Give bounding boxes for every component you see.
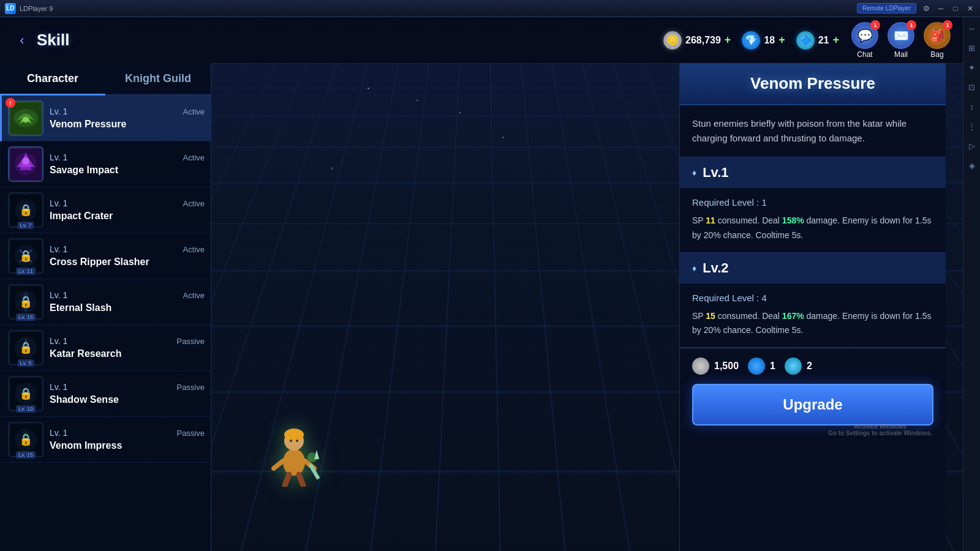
- rt-icon-1[interactable]: ↔: [966, 22, 978, 34]
- sp-highlight-2: 15: [706, 311, 715, 321]
- skill-detail-title: Venom Pressure: [680, 63, 946, 105]
- skill-item-venom-impress[interactable]: 🔒 Lv. 15 Lv. 1 Passive Venom Impress: [0, 417, 211, 463]
- right-toolbar: ↔ ⊞ ✦ ⊡ ↕ ⋮ ▷ ◈: [963, 17, 980, 551]
- skill-name-eternal: Eternal Slash: [50, 302, 205, 313]
- gem-plus-button[interactable]: +: [778, 34, 785, 47]
- upgrade-cost: 1,500 1 2: [680, 348, 946, 384]
- skill-icon-wrapper-katar: 🔒 Lv. 5: [8, 330, 43, 365]
- bluegem-plus-button[interactable]: +: [832, 34, 839, 47]
- skill-item-savage-impact[interactable]: Lv. 1 Active Savage Impact: [0, 141, 211, 187]
- maximize-icon[interactable]: □: [951, 4, 960, 13]
- level-badge-impact: Lv. 7: [18, 222, 34, 229]
- diamond-icon-2: ♦: [692, 263, 696, 273]
- skill-header-savage: Lv. 1 Active: [50, 152, 205, 162]
- desc-2a: consumed. Deal: [715, 311, 782, 321]
- sp-highlight-1: 11: [706, 216, 715, 225]
- cost-bluegem: 2: [785, 358, 812, 375]
- title-bar: LD LDPlayer 9 Remote LDPlayer ⚙ ─ □ ✕: [0, 0, 980, 17]
- skill-level-impress: Lv. 1: [50, 428, 67, 438]
- skill-info-impact: Lv. 1 Active Impact Crater: [50, 198, 205, 222]
- rt-icon-6[interactable]: ⋮: [966, 120, 978, 132]
- chat-label: Chat: [857, 50, 872, 59]
- skill-level-1-section: ♦ Lv.1 Required Level : 1 SP 11 consumed…: [680, 157, 946, 253]
- gem-currency: 💎 18 +: [742, 31, 785, 50]
- skill-level-savage: Lv. 1: [50, 152, 67, 162]
- svg-point-17: [22, 157, 29, 165]
- bag-label: Bag: [930, 50, 943, 59]
- cost-silver-icon: [692, 358, 709, 375]
- rt-icon-8[interactable]: ◈: [966, 159, 978, 171]
- rt-icon-2[interactable]: ⊞: [966, 42, 978, 54]
- cost-bluegem-value: 2: [807, 361, 812, 372]
- skill-info-savage: Lv. 1 Active Savage Impact: [50, 152, 205, 176]
- skill-level-eternal: Lv. 1: [50, 290, 67, 300]
- damage-highlight-2: 167%: [782, 311, 804, 321]
- bluegem-icon: 🔷: [796, 31, 815, 50]
- rt-icon-7[interactable]: ▷: [966, 140, 978, 152]
- mail-label: Mail: [894, 50, 908, 59]
- skill-list: ! Lv. 1 Active Venom Pressure: [0, 96, 211, 551]
- svg-point-2: [284, 429, 304, 441]
- skill-icon-savage: [8, 146, 43, 182]
- svg-point-4: [296, 440, 298, 442]
- cost-gem-value: 1: [770, 361, 775, 372]
- skill-header-katar: Lv. 1 Passive: [50, 336, 205, 346]
- top-right-icons: 💬 1 Chat ✉️ 1 Mail 🎒 1 Bag: [851, 22, 951, 59]
- skill-type-katar: Passive: [176, 337, 205, 346]
- rt-icon-4[interactable]: ⊡: [966, 81, 978, 93]
- chat-button[interactable]: 💬 1 Chat: [851, 22, 878, 59]
- skill-info-cross: Lv. 1 Active Cross Ripper Slasher: [50, 244, 205, 268]
- gem-value: 18: [764, 35, 775, 46]
- cost-gem-icon: [748, 358, 765, 375]
- svg-point-0: [283, 449, 305, 476]
- gem-icon: 💎: [742, 31, 760, 50]
- skill-type-cross: Active: [183, 245, 205, 254]
- skill-name-cross: Cross Ripper Slasher: [50, 257, 205, 268]
- new-badge-venom: !: [6, 98, 15, 108]
- minimize-icon[interactable]: ─: [936, 4, 946, 13]
- level-badge-cross: Lv. 11: [16, 268, 36, 275]
- settings-icon[interactable]: ⚙: [921, 4, 931, 13]
- skill-item-impact-crater[interactable]: 🔒 Lv. 7 Lv. 1 Active Impact Crater: [0, 187, 211, 233]
- skill-item-katar[interactable]: 🔒 Lv. 5 Lv. 1 Passive Katar Research: [0, 325, 211, 371]
- svg-point-14: [23, 117, 29, 123]
- ldplayer-title: LDPlayer 9: [20, 5, 53, 12]
- skill-level-2-desc: SP 15 consumed. Deal 167% damage. Enemy …: [692, 309, 933, 339]
- skill-level-venom: Lv. 1: [50, 107, 67, 116]
- skill-icon-wrapper-eternal: 🔒 Lv. 15: [8, 284, 43, 320]
- close-icon[interactable]: ✕: [965, 4, 975, 13]
- skill-info-shadow: Lv. 1 Passive Shadow Sense: [50, 382, 205, 405]
- remote-ldplayer-button[interactable]: Remote LDPlayer: [857, 3, 916, 13]
- skill-header-eternal: Lv. 1 Active: [50, 290, 205, 300]
- upgrade-button[interactable]: Upgrade Activate Windows Go to Settings …: [692, 384, 933, 425]
- skill-header-impact: Lv. 1 Active: [50, 198, 205, 208]
- skill-icon-wrapper-venom: !: [8, 100, 43, 136]
- silver-plus-button[interactable]: +: [725, 34, 731, 47]
- upgrade-label: Upgrade: [783, 396, 842, 413]
- character-figure: [257, 410, 331, 490]
- skill-item-shadow-sense[interactable]: 🔒 Lv. 10 Lv. 1 Passive Shadow Sense: [0, 371, 211, 417]
- skill-name-savage: Savage Impact: [50, 165, 205, 176]
- skill-type-venom: Active: [183, 107, 205, 116]
- svg-line-5: [274, 461, 283, 468]
- cost-silver: 1,500: [692, 358, 739, 375]
- mail-badge: 1: [907, 20, 916, 30]
- skill-header-cross: Lv. 1 Active: [50, 244, 205, 254]
- skill-item-cross-ripper[interactable]: 🔒 Lv. 11 Lv. 1 Active Cross Ripper Slash…: [0, 233, 211, 279]
- level-1-title: Lv.1: [703, 165, 728, 181]
- tab-knight-guild[interactable]: Knight Guild: [105, 63, 211, 94]
- skill-detail-panel: Venom Pressure Stun enemies briefly with…: [679, 63, 946, 551]
- rt-icon-5[interactable]: ↕: [966, 100, 978, 113]
- required-level-2: Required Level : 4: [692, 293, 933, 303]
- bag-button[interactable]: 🎒 1 Bag: [924, 22, 951, 59]
- skill-level-2-section: ♦ Lv.2 Required Level : 4 SP 15 consumed…: [680, 253, 946, 348]
- skill-name-shadow: Shadow Sense: [50, 394, 205, 405]
- skill-item-venom-pressure[interactable]: ! Lv. 1 Active Venom Pressure: [0, 96, 211, 141]
- rt-icon-3[interactable]: ✦: [966, 61, 978, 73]
- skill-item-eternal-slash[interactable]: 🔒 Lv. 15 Lv. 1 Active Eternal Slash: [0, 279, 211, 325]
- tab-character[interactable]: Character: [0, 63, 105, 94]
- back-button[interactable]: ‹: [12, 31, 32, 50]
- level-badge-shadow: Lv. 10: [16, 405, 36, 413]
- mail-button[interactable]: ✉️ 1 Mail: [888, 22, 914, 59]
- skill-level-1-header: ♦ Lv.1: [680, 157, 946, 188]
